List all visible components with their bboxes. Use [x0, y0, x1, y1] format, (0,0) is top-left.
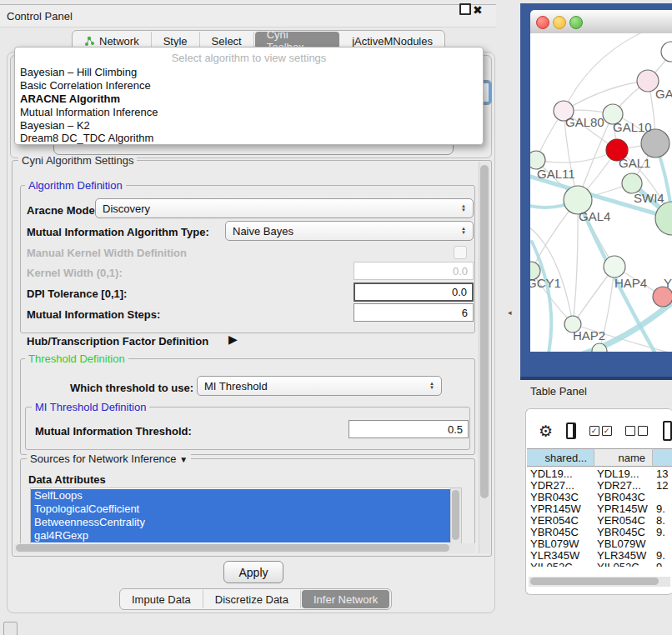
collapse-down-icon: ▼: [179, 455, 188, 464]
node-label: GAL4: [579, 209, 610, 223]
settings-scrollbar[interactable]: [479, 162, 490, 553]
deselect-all-checkboxes-icon[interactable]: [625, 426, 648, 436]
algorithm-definition-title: Algorithm Definition: [25, 180, 126, 191]
algorithm-dropdown-popup: Select algorithm to view settings Bayesi…: [14, 47, 484, 145]
table-rows: YDL19...YDL19...13 YDR27...YDR27...12 YB…: [527, 467, 672, 567]
bottom-tabbar: Impute Data Discretize Data Infer Networ…: [119, 588, 392, 610]
column-header-shared[interactable]: shared...: [527, 448, 594, 467]
network-edge-thick: [580, 298, 672, 352]
control-panel-titlebar: Control Panel: [0, 4, 496, 28]
hub-definition-label: Hub/Transcription Factor Definition: [27, 335, 208, 348]
apply-button[interactable]: Apply: [223, 561, 283, 583]
table-row[interactable]: YBL079WYBL079W: [527, 538, 672, 550]
node-top-cut[interactable]: [661, 42, 672, 62]
kernel-width-value: 0.0: [453, 265, 468, 278]
table-row[interactable]: YPR145WYPR145W9.: [527, 503, 672, 515]
minimize-traffic-light-icon[interactable]: [553, 16, 566, 29]
which-threshold-combo[interactable]: MI Threshold ▲▼: [197, 376, 442, 396]
dpi-tolerance-field[interactable]: 0.0: [354, 282, 474, 302]
mi-threshold-label: Mutual Information Threshold:: [35, 425, 192, 438]
table-row[interactable]: YLR345WYLR345W9.: [527, 550, 672, 562]
network-edge: [573, 200, 578, 324]
tab-impute-data[interactable]: Impute Data: [120, 590, 203, 608]
aracne-mode-label: Aracne Mode:: [27, 204, 98, 217]
tab-discretize-data[interactable]: Discretize Data: [203, 590, 301, 608]
table-row[interactable]: YDR27...YDR27...12: [527, 480, 672, 492]
float-window-icon[interactable]: [459, 3, 471, 15]
dropdown-item[interactable]: Basic Correlation Inference: [19, 79, 479, 92]
panel-splitter-handle[interactable]: ◂: [508, 308, 512, 317]
bottom-left-button[interactable]: [3, 622, 18, 635]
document-icon[interactable]: [663, 421, 672, 441]
close-icon[interactable]: ✖: [473, 0, 483, 20]
tab-style-label: Style: [163, 35, 188, 48]
table-hscrollbar-thumb[interactable]: [530, 578, 659, 585]
tab-infer-network[interactable]: Infer Network: [302, 590, 389, 608]
network-edge: [536, 150, 617, 162]
column-header-third[interactable]: [653, 448, 672, 467]
list-scrollbar-thumb[interactable]: [452, 490, 459, 540]
kernel-width-field[interactable]: 0.0: [354, 262, 474, 280]
apply-button-label: Apply: [238, 566, 268, 579]
table-row[interactable]: YBR045CYBR045C9.: [527, 527, 672, 538]
table-toolbar: ⚙ ✓✓: [527, 415, 672, 447]
close-traffic-light-icon[interactable]: [536, 16, 549, 29]
column-header-name-label: name: [618, 452, 645, 464]
settings-hscrollbar[interactable]: [14, 543, 475, 553]
dropdown-item-selected[interactable]: ARACNE Algorithm: [19, 92, 479, 106]
table-row[interactable]: YER054CYER054C8.: [527, 515, 672, 527]
dropdown-item[interactable]: Dream8 DC_TDC Algorithm: [19, 132, 479, 145]
tab-infer-network-label: Infer Network: [313, 593, 378, 606]
select-all-checkboxes-icon[interactable]: ✓✓: [589, 426, 612, 436]
network-window-shadow: [520, 377, 672, 380]
settings-hscrollbar-thumb[interactable]: [16, 544, 449, 552]
tab-impute-data-label: Impute Data: [132, 593, 191, 606]
table-hscrollbar[interactable]: [529, 577, 670, 587]
node-label: GAL: [655, 87, 672, 101]
combo-spinner-icon: ▲▼: [461, 227, 466, 235]
table-row[interactable]: YBR043CYBR043C: [527, 492, 672, 503]
mi-threshold-field[interactable]: 0.5: [349, 420, 469, 438]
dropdown-item[interactable]: Bayesian – K2: [19, 119, 479, 132]
sources-group-title[interactable]: Sources for Network Inference ▼: [27, 453, 191, 465]
mi-type-combo[interactable]: Naive Bayes ▲▼: [225, 221, 474, 241]
node-hap4[interactable]: [604, 256, 625, 278]
threshold-definition-title: Threshold Definition: [25, 353, 128, 364]
node-label: GAL11: [537, 167, 575, 181]
control-panel-title: Control Panel: [7, 10, 73, 22]
list-scrollbar[interactable]: [450, 488, 461, 544]
mi-steps-label: Mutual Information Steps:: [27, 308, 160, 321]
dropdown-item[interactable]: Bayesian – Hill Climbing: [19, 66, 479, 79]
network-window-titlebar[interactable]: [530, 10, 672, 34]
table-row[interactable]: YDL19...YDL19...13: [527, 468, 672, 480]
mi-type-value: Naive Bayes: [233, 225, 293, 238]
mi-steps-value: 6: [462, 307, 468, 319]
mi-type-label: Mutual Information Algorithm Type:: [27, 226, 209, 238]
network-canvas[interactable]: GALGAL80GAL10GAL1GAL11SWI4GAL4GCY1HAP4YH…: [530, 33, 672, 352]
list-item[interactable]: TopologicalCoefficient: [31, 502, 454, 516]
network-graph: GALGAL80GAL10GAL1GAL11SWI4GAL4GCY1HAP4YH…: [530, 33, 672, 352]
gear-icon[interactable]: ⚙: [539, 422, 553, 441]
table-row[interactable]: YIL052CYIL052C9.: [527, 562, 672, 567]
expand-right-icon[interactable]: ▶: [228, 332, 238, 346]
list-item[interactable]: SelfLoops: [31, 489, 454, 502]
node-label: SWI4: [634, 191, 664, 205]
dropdown-item[interactable]: Mutual Information Inference: [19, 106, 479, 119]
column-header-shared-label: shared...: [544, 452, 587, 464]
network-edge: [564, 81, 648, 111]
list-item[interactable]: gal4RGexp: [31, 529, 454, 542]
aracne-mode-combo[interactable]: Discovery ▲▼: [95, 198, 474, 218]
combo-spinner-icon: ▲▼: [429, 382, 434, 390]
kernel-width-label: Kernel Width (0,1):: [27, 267, 123, 279]
settings-scrollbar-thumb[interactable]: [480, 165, 489, 498]
list-item[interactable]: BetweennessCentrality: [31, 516, 454, 529]
tab-select-label: Select: [212, 35, 242, 48]
cyni-settings-group-title: Cyni Algorithm Settings: [18, 155, 137, 166]
column-header-name[interactable]: name: [594, 448, 653, 467]
columns-icon[interactable]: [566, 422, 575, 439]
manual-kernel-label: Manual Kernel Width Definition: [27, 247, 187, 259]
mi-steps-field[interactable]: 6: [354, 303, 474, 322]
manual-kernel-checkbox[interactable]: [454, 246, 467, 259]
zoom-traffic-light-icon[interactable]: [569, 16, 583, 29]
node-label: GAL1: [619, 156, 650, 170]
